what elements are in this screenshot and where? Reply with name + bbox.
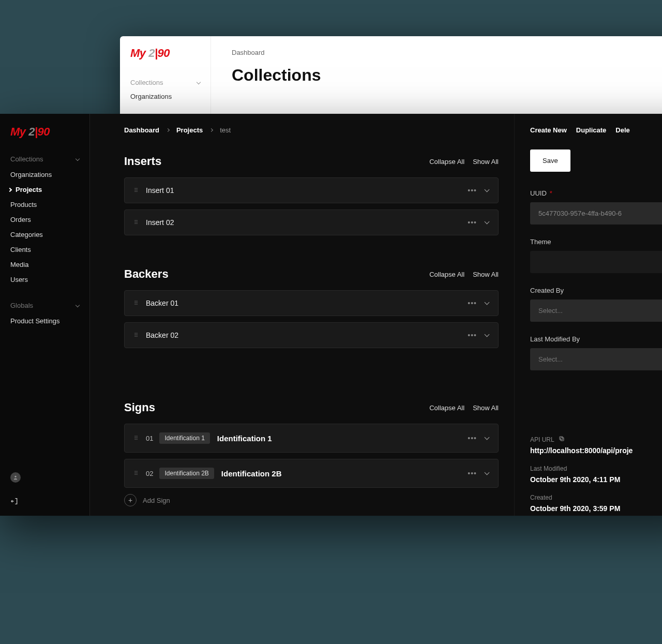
backer-row[interactable]: ⠿ Backer 01 ••• [124,290,499,316]
nav-projects[interactable]: Projects [0,182,89,197]
signs-show-all[interactable]: Show All [473,404,499,412]
nav-users[interactable]: Users [0,272,89,287]
created-by-select[interactable] [530,299,662,322]
nav-organizations[interactable]: Organizations [0,167,89,182]
chevron-down-icon[interactable] [485,300,490,305]
add-sign-button[interactable]: + Add Sign [124,494,499,506]
avatar[interactable] [10,472,21,483]
light-nav-organizations[interactable]: Organizations [130,89,200,103]
nav-product-settings[interactable]: Product Settings [0,313,89,328]
nav-products[interactable]: Products [0,197,89,212]
signs-title: Signs [124,401,155,414]
last-modified-value: October 9th 2020, 4:11 PM [530,475,662,484]
chevron-down-icon[interactable] [485,435,490,440]
brand-logo: My 2|90 [0,114,89,151]
chevron-down-icon [76,156,80,160]
crumb-projects[interactable]: Projects [176,126,203,134]
more-icon[interactable]: ••• [468,299,477,307]
chevron-down-icon[interactable] [485,332,490,337]
row-chip: Identification 2B [159,468,214,479]
light-nav-collections[interactable]: Collections [130,76,200,89]
chevron-down-icon[interactable] [485,219,490,224]
more-icon[interactable]: ••• [468,186,477,194]
inserts-header: Inserts Collapse All Show All [124,155,499,168]
chevron-down-icon[interactable] [485,470,490,475]
uuid-input[interactable] [530,202,662,224]
chevron-right-icon [8,187,12,191]
backers-header: Backers Collapse All Show All [124,267,499,281]
nav-media[interactable]: Media [0,257,89,272]
breadcrumb: Dashboard Projects test [124,126,499,134]
nav-collections-header[interactable]: Collections [0,151,89,167]
save-button[interactable]: Save [530,149,570,172]
nav-clients[interactable]: Clients [0,242,89,257]
drag-handle-icon[interactable]: ⠿ [134,435,139,442]
drag-handle-icon[interactable]: ⠿ [134,219,139,226]
light-page-title: Collections [232,66,662,85]
inserts-collapse-all[interactable]: Collapse All [429,158,464,166]
crumb-dashboard[interactable]: Dashboard [124,126,159,134]
sidebar: My 2|90 Collections Organizations Projec… [0,114,90,516]
create-new-button[interactable]: Create New [530,126,567,134]
row-index: 02 [146,470,153,477]
svg-point-0 [14,476,16,477]
more-icon[interactable]: ••• [468,469,477,477]
light-breadcrumb[interactable]: Dashboard [232,49,662,56]
row-title: Identification 2B [221,469,282,478]
insert-row[interactable]: ⠿ Insert 02 ••• [124,209,499,235]
chevron-down-icon[interactable] [485,187,490,192]
theme-input[interactable] [530,251,662,273]
inserts-show-all[interactable]: Show All [473,158,499,166]
crumb-current: test [220,126,231,134]
row-title: Identification 1 [217,434,272,443]
chevron-down-icon [197,80,201,84]
api-url-label: API URL [530,436,662,443]
brand-logo-light: My 2|90 [130,47,200,60]
main-content: Dashboard Projects test Inserts Collapse… [90,114,515,516]
last-modified-label: Last Modified [530,465,662,472]
user-icon [13,475,18,480]
drag-handle-icon[interactable]: ⠿ [134,470,139,477]
more-icon[interactable]: ••• [468,331,477,339]
copy-icon[interactable] [559,436,565,443]
delete-button[interactable]: Dele [615,126,629,134]
nav-orders[interactable]: Orders [0,212,89,227]
uuid-label: UUID* [530,189,662,197]
signs-header: Signs Collapse All Show All [124,401,499,414]
row-chip: Identification 1 [159,432,209,444]
drag-handle-icon[interactable]: ⠿ [134,300,139,307]
backer-row[interactable]: ⠿ Backer 02 ••• [124,322,499,348]
svg-rect-2 [560,437,563,440]
created-label: Created [530,494,662,501]
duplicate-button[interactable]: Duplicate [576,126,607,134]
row-label: Insert 01 [146,186,174,194]
more-icon[interactable]: ••• [468,218,477,227]
svg-rect-1 [561,438,564,441]
drag-handle-icon[interactable]: ⠿ [134,187,139,194]
logout-icon [10,497,19,505]
nav-globals-header[interactable]: Globals [0,297,89,313]
signs-collapse-all[interactable]: Collapse All [429,404,464,412]
modified-by-label: Last Modified By [530,335,662,343]
nav-categories[interactable]: Categories [0,227,89,242]
theme-label: Theme [530,238,662,246]
inserts-title: Inserts [124,155,161,168]
sign-row[interactable]: ⠿ 01 Identification 1 Identification 1 •… [124,424,499,453]
api-url-value: http://localhost:8000/api/proje [530,446,662,455]
row-index: 01 [146,435,153,442]
sign-row[interactable]: ⠿ 02 Identification 2B Identification 2B… [124,459,499,488]
detail-panel: Create New Duplicate Dele Save UUID* The… [515,114,662,516]
chevron-right-icon [209,128,213,132]
drag-handle-icon[interactable]: ⠿ [134,332,139,339]
chevron-right-icon [166,128,170,132]
modified-by-select[interactable] [530,348,662,370]
more-icon[interactable]: ••• [468,434,477,442]
insert-row[interactable]: ⠿ Insert 01 ••• [124,177,499,203]
backers-show-all[interactable]: Show All [473,271,499,278]
plus-icon: + [124,494,137,506]
created-value: October 9th 2020, 3:59 PM [530,504,662,513]
row-label: Backer 01 [146,299,178,307]
logout-button[interactable] [10,497,79,507]
row-label: Backer 02 [146,331,178,339]
backers-collapse-all[interactable]: Collapse All [429,271,464,278]
